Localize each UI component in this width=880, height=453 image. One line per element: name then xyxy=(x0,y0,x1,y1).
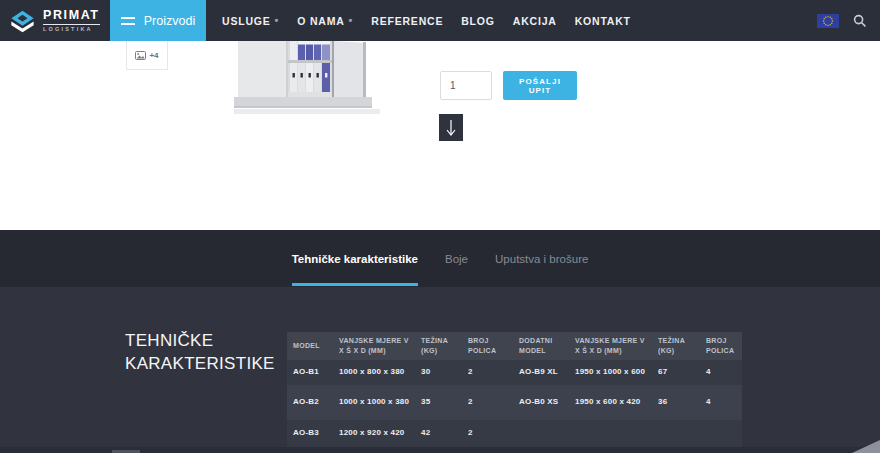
cell-dimensions: 1950 x 1000 x 600 xyxy=(569,360,652,385)
col-header: VANJSKE MJERE V X Š X D (MM) xyxy=(333,332,415,360)
top-navigation-bar: PRIMAT LOGISTIKA Proizvodi USLUGE • O NA… xyxy=(0,0,880,41)
main-nav: USLUGE • O NAMA • REFERENCE BLOG AKCIJA … xyxy=(206,0,631,41)
cell-dimensions: 1000 x 800 x 380 xyxy=(333,360,415,385)
active-tab-underline xyxy=(292,283,418,286)
specs-section-heading: TEHNIČKE KARAKTERISTIKE xyxy=(125,330,265,376)
cell-weight: 35 xyxy=(415,385,462,420)
page: PRIMAT LOGISTIKA Proizvodi USLUGE • O NA… xyxy=(0,0,880,453)
col-header: BROJ POLICA xyxy=(700,332,742,360)
brand-subname: LOGISTIKA xyxy=(43,27,100,33)
cell-weight: 36 xyxy=(652,385,700,420)
col-header: TEŽINA (KG) xyxy=(652,332,700,360)
product-tabs-bar: Tehničke karakteristike Boje Uputstva i … xyxy=(0,230,880,287)
cell-extra-model xyxy=(513,420,569,447)
table-row: AO-B1 1000 x 800 x 380 30 2 AO-B9 XL 195… xyxy=(287,360,742,385)
nav-item-blog[interactable]: BLOG xyxy=(461,15,495,27)
header-right-tools xyxy=(817,0,880,41)
gallery-more-thumbnail[interactable]: +4 xyxy=(126,41,168,70)
brand-name: PRIMAT xyxy=(43,9,100,22)
quantity-input[interactable] xyxy=(440,71,492,100)
specs-table: MODEL VANJSKE MJERE V X Š X D (MM) TEŽIN… xyxy=(287,332,742,447)
tab-uputstva-i-brosure[interactable]: Uputstva i brošure xyxy=(495,230,588,287)
nav-item-usluge[interactable]: USLUGE • xyxy=(222,15,279,27)
cell-weight: 67 xyxy=(652,360,700,385)
cell-weight xyxy=(652,420,700,447)
cell-model: AO-B3 xyxy=(287,420,333,447)
hamburger-icon xyxy=(121,17,135,25)
binders-top-row xyxy=(290,41,330,60)
cell-extra-model: AO-B0 XS xyxy=(513,385,569,420)
specs-table-header-row: MODEL VANJSKE MJERE V X Š X D (MM) TEŽIN… xyxy=(287,332,742,360)
tab-boje[interactable]: Boje xyxy=(445,230,468,287)
col-header: BROJ POLICA xyxy=(462,332,513,360)
nav-item-akcija[interactable]: AKCIJA xyxy=(513,15,557,27)
col-header: TEŽINA (KG) xyxy=(415,332,462,360)
cell-dimensions xyxy=(569,420,652,447)
cell-shelves xyxy=(700,420,742,447)
cell-shelves: 4 xyxy=(700,360,742,385)
cell-dimensions: 1200 x 920 x 420 xyxy=(333,420,415,447)
product-cabinet-image xyxy=(234,41,380,119)
products-menu-label: Proizvodi xyxy=(144,14,195,28)
gallery-more-count: +4 xyxy=(149,51,158,60)
cell-shelves: 2 xyxy=(462,360,513,385)
table-row: AO-B3 1200 x 920 x 420 42 2 xyxy=(287,420,742,447)
eu-flag-language-icon[interactable] xyxy=(817,14,839,28)
nav-item-kontakt[interactable]: KONTAKT xyxy=(575,15,631,27)
nav-item-o-nama[interactable]: O NAMA • xyxy=(297,15,353,27)
cell-dimensions: 1000 x 1000 x 380 xyxy=(333,385,415,420)
cell-model: AO-B1 xyxy=(287,360,333,385)
brand-divider xyxy=(43,24,100,25)
col-header: MODEL xyxy=(287,332,333,360)
cell-weight: 30 xyxy=(415,360,462,385)
table-row: AO-B2 1000 x 1000 x 380 35 2 AO-B0 XS 19… xyxy=(287,385,742,420)
col-header: DODATNI MODEL xyxy=(513,332,569,360)
brand-logo[interactable]: PRIMAT LOGISTIKA xyxy=(0,0,110,41)
cell-shelves: 2 xyxy=(462,420,513,447)
primat-logo-icon xyxy=(9,8,36,34)
cell-model: AO-B2 xyxy=(287,385,333,420)
nav-item-reference[interactable]: REFERENCE xyxy=(371,15,443,27)
scroll-down-button[interactable] xyxy=(439,114,463,141)
cell-shelves: 2 xyxy=(462,385,513,420)
send-inquiry-button[interactable]: POŠALJI UPIT xyxy=(503,71,577,100)
cell-extra-model: AO-B9 XL xyxy=(513,360,569,385)
col-header: VANJSKE MJERE V X Š X D (MM) xyxy=(569,332,652,360)
search-icon xyxy=(853,14,867,28)
photo-gallery-icon xyxy=(135,51,146,60)
search-button[interactable] xyxy=(852,13,868,29)
cell-shelves: 4 xyxy=(700,385,742,420)
cell-dimensions: 1950 x 600 x 420 xyxy=(569,385,652,420)
products-menu-button[interactable]: Proizvodi xyxy=(110,0,206,41)
cell-weight: 42 xyxy=(415,420,462,447)
brand-logo-text: PRIMAT LOGISTIKA xyxy=(43,9,100,32)
binders-bottom-row xyxy=(290,63,330,92)
tab-tehnicke-karakteristike[interactable]: Tehničke karakteristike xyxy=(292,230,418,287)
dropdown-indicator-icon: • xyxy=(275,15,280,26)
dropdown-indicator-icon: • xyxy=(349,15,354,26)
arrow-down-icon xyxy=(445,119,457,137)
